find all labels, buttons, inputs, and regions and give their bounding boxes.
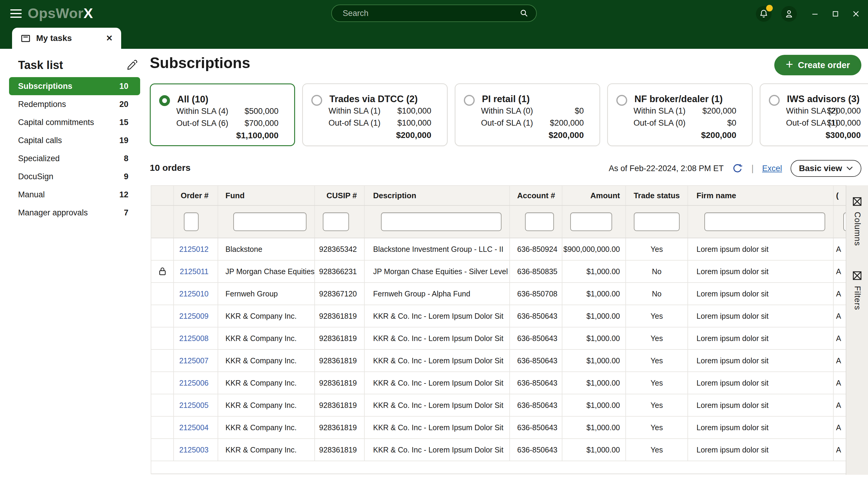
order-number-link[interactable]: 2125004 xyxy=(179,423,209,432)
radio-icon[interactable] xyxy=(769,95,780,106)
tab-my-tasks[interactable]: My tasks ✕ xyxy=(12,28,121,49)
tab-close-icon[interactable]: ✕ xyxy=(106,33,113,43)
sidebar-item-manual[interactable]: Manual12 xyxy=(9,186,140,204)
search-icon[interactable] xyxy=(519,8,529,18)
filter-amount-input[interactable] xyxy=(570,213,612,231)
within-sla-label: Within SLA (1) xyxy=(633,106,686,116)
column-header-cusip[interactable]: CUSIP # xyxy=(315,186,365,205)
filter-account-input[interactable] xyxy=(525,213,554,231)
filter-desc-input[interactable] xyxy=(381,213,501,231)
radio-icon[interactable] xyxy=(616,95,627,106)
orders-table: Order #FundCUSIP #DescriptionAccount #Am… xyxy=(151,185,846,474)
filter-card-trades-via-dtcc-2[interactable]: Trades via DTCC (2)Within SLA (1)$100,00… xyxy=(302,84,447,146)
column-header-firm[interactable]: Firm name xyxy=(688,186,834,205)
excel-link[interactable]: Excel xyxy=(762,164,782,173)
out-of-sla-label: Out-of SLA (1) xyxy=(329,118,381,128)
table-row: 2125006KKR & Company Inc.928361819KKR & … xyxy=(151,372,846,394)
out-of-sla-label: Out-of SLA (1) xyxy=(481,118,533,128)
minimize-button[interactable] xyxy=(807,5,824,22)
firm-cell: Lorem ipsum dolor sit xyxy=(688,350,834,372)
create-order-label: Create order xyxy=(798,60,850,70)
filter-cell-account xyxy=(510,206,562,238)
sidebar-item-capital-commitments[interactable]: Capital commitments15 xyxy=(9,113,140,131)
filters-toggle[interactable]: Filters xyxy=(852,270,863,310)
sidebar-item-subscriptions[interactable]: Subscriptions10 xyxy=(9,77,140,95)
status-cell: No xyxy=(626,283,688,304)
sidebar-item-docusign[interactable]: DocuSign9 xyxy=(9,167,140,186)
filter-card-iws-advisors-3[interactable]: IWS advisors (3)Within SLA (2)$200,000Ou… xyxy=(760,84,868,146)
maximize-button[interactable] xyxy=(827,5,844,22)
desc-cell: KKR & Co. Inc - Lorem Ipsum Dolor Sit xyxy=(365,417,510,438)
close-window-button[interactable] xyxy=(847,5,864,22)
radio-icon[interactable] xyxy=(464,95,475,106)
radio-icon[interactable] xyxy=(159,95,170,106)
columns-toggle[interactable]: Columns xyxy=(852,196,863,246)
hamburger-menu-icon[interactable] xyxy=(10,8,24,19)
notifications-button[interactable] xyxy=(756,6,772,22)
order-number-link[interactable]: 2125008 xyxy=(179,334,209,343)
table-row: 2125009KKR & Company Inc.928361819KKR & … xyxy=(151,305,846,327)
sidebar-item-specialized[interactable]: Specialized8 xyxy=(9,150,140,167)
table-empty-row xyxy=(151,461,846,474)
account-cell: 636-850643 xyxy=(510,327,562,349)
edit-task-list-icon[interactable] xyxy=(126,59,138,71)
account-button[interactable] xyxy=(781,6,797,22)
column-header-fund[interactable]: Fund xyxy=(218,186,315,205)
cusip-cell: 928361819 xyxy=(315,305,365,327)
close-icon xyxy=(852,10,860,18)
filter-order-input[interactable] xyxy=(184,213,198,231)
extra-cell: A xyxy=(834,394,846,416)
filter-card-pi-retail-1[interactable]: PI retail (1)Within SLA (0)$0Out-of SLA … xyxy=(455,84,600,146)
out-of-sla-value: $700,000 xyxy=(244,119,278,128)
sidebar-item-redemptions[interactable]: Redemptions20 xyxy=(9,95,140,113)
sidebar-item-count: 20 xyxy=(119,100,128,109)
order-number-link[interactable]: 2125005 xyxy=(179,401,209,410)
order-number-link[interactable]: 2125009 xyxy=(179,312,209,321)
create-order-button[interactable]: + Create order xyxy=(774,55,861,75)
sidebar-item-count: 9 xyxy=(124,172,128,181)
within-sla-label: Within SLA (4) xyxy=(176,107,228,116)
filter-cards: All (10)Within SLA (4)$500,000Out-of SLA… xyxy=(150,84,868,146)
desc-cell: KKR & Co. Inc - Lorem Ipsum Dolor Sit xyxy=(365,327,510,349)
account-cell: 636-850924 xyxy=(510,238,562,260)
columns-icon xyxy=(852,196,863,207)
filter-card-nf-broker-dealer-1[interactable]: NF broker/dealer (1)Within SLA (1)$200,0… xyxy=(607,84,752,146)
status-cell: Yes xyxy=(626,372,688,394)
search-bar[interactable] xyxy=(331,4,537,22)
card-total: $200,000 xyxy=(549,130,584,140)
extra-cell: A xyxy=(834,327,846,349)
column-header-order[interactable]: Order # xyxy=(174,186,218,205)
filter-fund-input[interactable] xyxy=(233,213,307,231)
filter-cusip-input[interactable] xyxy=(323,213,349,231)
order-number-link[interactable]: 2125006 xyxy=(179,379,209,387)
order-number-link[interactable]: 2125010 xyxy=(179,289,209,298)
filter-card-all-10[interactable]: All (10)Within SLA (4)$500,000Out-of SLA… xyxy=(150,84,295,146)
column-header-extra[interactable]: ( xyxy=(834,186,846,205)
radio-icon[interactable] xyxy=(311,95,322,106)
order-cell: 2125006 xyxy=(174,372,218,394)
view-selector[interactable]: Basic view xyxy=(790,160,861,177)
column-header-account[interactable]: Account # xyxy=(510,186,562,205)
filter-status-input[interactable] xyxy=(634,213,680,231)
order-number-link[interactable]: 2125003 xyxy=(179,446,209,454)
filter-cell-desc xyxy=(365,206,510,238)
status-cell: Yes xyxy=(626,394,688,416)
column-header-status[interactable]: Trade status xyxy=(626,186,688,205)
order-number-link[interactable]: 2125007 xyxy=(179,356,209,365)
column-header-amount[interactable]: Amount xyxy=(562,186,626,205)
search-input[interactable] xyxy=(332,9,519,18)
amount-cell: $900,000,000.00 xyxy=(562,238,626,260)
filter-cell-order xyxy=(174,206,218,238)
column-header-desc[interactable]: Description xyxy=(365,186,510,205)
firm-cell: Lorem ipsum dolor sit xyxy=(688,439,834,460)
sidebar-item-manager-approvals[interactable]: Manager approvals7 xyxy=(9,204,140,222)
order-cell: 2125010 xyxy=(174,283,218,304)
order-number-link[interactable]: 2125011 xyxy=(180,267,209,276)
order-cell: 2125007 xyxy=(174,350,218,372)
filter-firm-input[interactable] xyxy=(704,213,825,231)
filter-cell-cusip xyxy=(315,206,365,238)
refresh-icon[interactable] xyxy=(732,163,743,174)
order-number-link[interactable]: 2125012 xyxy=(179,245,209,254)
sidebar-item-capital-calls[interactable]: Capital calls19 xyxy=(9,131,140,150)
cusip-cell: 928366231 xyxy=(315,261,365,282)
